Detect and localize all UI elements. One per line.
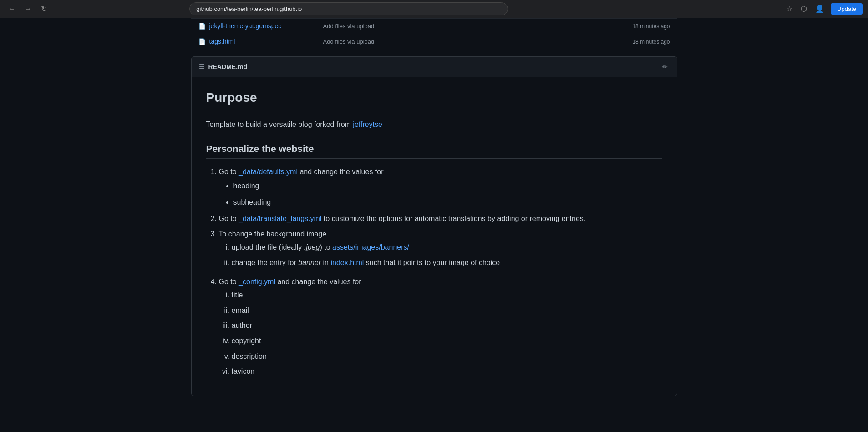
step3ii-middle: in [321, 259, 330, 266]
list-item: heading [233, 180, 662, 193]
list-item: copyright [232, 335, 662, 347]
purpose-text-plain: Template to build a versatile blog forke… [206, 121, 353, 128]
profile-button[interactable]: 👤 [813, 3, 826, 15]
file-name-tags[interactable]: tags.html [209, 37, 323, 46]
description-item: description [232, 352, 267, 360]
author-item: author [232, 321, 252, 329]
step2-text-after: to customize the options for automatic t… [321, 215, 585, 222]
step4-text-before: Go to [219, 278, 239, 286]
personalize-heading: Personalize the website [206, 141, 662, 159]
file-icon: 📄 [198, 37, 206, 46]
list-item: description [232, 351, 662, 362]
copyright-item: copyright [232, 337, 261, 345]
banners-link[interactable]: assets/images/banners/ [332, 243, 409, 251]
readme-body: Purpose Template to build a versatile bl… [192, 77, 677, 396]
list-item: upload the file (ideally .jpeg) to asset… [232, 241, 662, 253]
file-commit-gemspec: Add files via upload [323, 22, 602, 31]
heading-item: heading [233, 182, 259, 190]
address-bar[interactable]: github.com/tea-berlin/tea-berlin.github.… [189, 2, 508, 16]
page-content: 📄 jekyll-theme-yat.gemspec Add files via… [184, 18, 685, 396]
readme-header: ☰ README.md ✏ [192, 57, 677, 77]
browser-actions: ☆ ⬡ 👤 Update [784, 3, 863, 15]
purpose-heading: Purpose [206, 88, 662, 111]
list-icon: ☰ [199, 62, 205, 72]
list-item: favicon [232, 366, 662, 377]
bookmark-button[interactable]: ☆ [784, 3, 794, 15]
config-yml-link[interactable]: _config.yml [239, 278, 275, 286]
step2-text-before: Go to [219, 215, 239, 222]
subheading-item: subheading [233, 198, 271, 206]
readme-title: README.md [208, 62, 248, 72]
list-item: author [232, 320, 662, 332]
jpeg-italic: .jpeg [304, 243, 320, 251]
banner-italic: banner [298, 259, 321, 266]
title-item: title [232, 291, 243, 299]
file-row: 📄 jekyll-theme-yat.gemspec Add files via… [191, 18, 677, 34]
step4-sub-list: title email author copyright description… [219, 289, 662, 377]
extensions-button[interactable]: ⬡ [799, 3, 809, 15]
step1-text-before: Go to [219, 168, 239, 176]
defaults-yml-link[interactable]: _data/defaults.yml [239, 168, 298, 176]
forward-button[interactable]: → [22, 3, 35, 15]
list-item: Go to _data/defaults.yml and change the … [219, 166, 662, 209]
list-item: To change the background image upload th… [219, 228, 662, 269]
readme-header-left: ☰ README.md [199, 62, 248, 72]
favicon-item: favicon [232, 367, 255, 375]
step3ii-after: such that it points to your image of cho… [364, 259, 500, 266]
step1-sub-list: heading subheading [219, 180, 662, 210]
browser-chrome: ← → ↻ github.com/tea-berlin/tea-berlin.g… [0, 0, 868, 18]
list-item: change the entry for banner in index.htm… [232, 257, 662, 269]
file-name-gemspec[interactable]: jekyll-theme-yat.gemspec [209, 21, 323, 31]
step3-text: To change the background image [219, 230, 327, 238]
url-text: github.com/tea-berlin/tea-berlin.github.… [196, 5, 302, 14]
update-button[interactable]: Update [831, 3, 863, 15]
list-item: email [232, 305, 662, 316]
step4-text-after: and change the values for [275, 278, 361, 286]
step3i-middle: ) to [320, 243, 332, 251]
jeffreytse-link[interactable]: jeffreytse [353, 121, 382, 128]
purpose-paragraph: Template to build a versatile blog forke… [206, 119, 662, 131]
list-item: subheading [233, 196, 662, 209]
list-item: title [232, 289, 662, 301]
step3i-plain: upload the file (ideally [232, 243, 304, 251]
file-time-tags: 18 minutes ago [602, 38, 670, 46]
reload-button[interactable]: ↻ [38, 3, 50, 15]
file-icon: 📄 [198, 22, 206, 31]
file-time-gemspec: 18 minutes ago [602, 22, 670, 30]
steps-list: Go to _data/defaults.yml and change the … [206, 166, 662, 377]
back-button[interactable]: ← [5, 3, 18, 15]
list-item: Go to _data/translate_langs.yml to custo… [219, 213, 662, 225]
step3ii-plain: change the entry for [232, 259, 299, 266]
readme-container: ☰ README.md ✏ Purpose Template to build … [191, 56, 677, 396]
step1-text-after: and change the values for [298, 168, 384, 176]
list-item: Go to _config.yml and change the values … [219, 276, 662, 377]
email-item: email [232, 306, 249, 314]
translate-langs-link[interactable]: _data/translate_langs.yml [239, 215, 321, 222]
file-row: 📄 tags.html Add files via upload 18 minu… [191, 34, 677, 49]
readme-edit-button[interactable]: ✏ [660, 61, 670, 72]
index-html-link[interactable]: index.html [330, 259, 364, 266]
file-commit-tags: Add files via upload [323, 37, 602, 46]
step3-sub-list: upload the file (ideally .jpeg) to asset… [219, 241, 662, 268]
